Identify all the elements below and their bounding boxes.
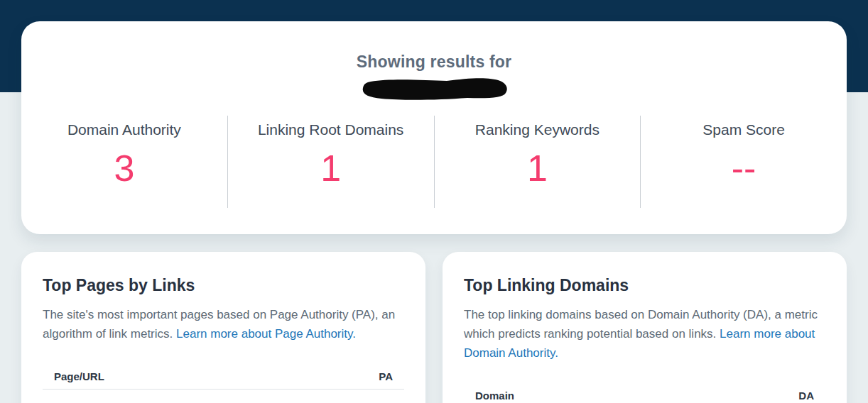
metric-value: 1	[435, 150, 641, 187]
detail-cards-section: Top Pages by Links The site's most impor…	[21, 252, 847, 403]
column-header-da: DA	[798, 390, 814, 402]
metric-label: Domain Authority	[21, 121, 227, 138]
metric-spam-score: Spam Score --	[640, 116, 847, 208]
card-title: Top Pages by Links	[43, 276, 404, 295]
results-summary-card: Showing results for Domain Authority 3 L…	[21, 21, 847, 234]
table-header-divider	[43, 389, 404, 390]
metric-value: 1	[228, 150, 434, 187]
metric-value: 3	[21, 150, 227, 187]
metric-label: Spam Score	[641, 121, 847, 138]
metric-label: Ranking Keywords	[435, 121, 641, 138]
metric-value: --	[641, 150, 847, 187]
redaction-marker-blob	[360, 76, 508, 101]
redacted-domain	[21, 76, 847, 101]
table-header-row: Page/URL PA	[43, 370, 404, 382]
column-header-pa: PA	[379, 370, 393, 382]
metric-label: Linking Root Domains	[228, 121, 434, 138]
table-header-row: Domain DA	[464, 390, 825, 402]
metric-domain-authority: Domain Authority 3	[21, 116, 227, 208]
card-description: The site's most important pages based on…	[43, 305, 404, 343]
metric-linking-root-domains: Linking Root Domains 1	[227, 116, 434, 208]
metrics-row: Domain Authority 3 Linking Root Domains …	[21, 116, 847, 208]
learn-more-page-authority-link[interactable]: Learn more about Page Authority.	[176, 327, 356, 341]
column-header-page-url: Page/URL	[54, 370, 104, 382]
card-description: The top linking domains based on Domain …	[464, 305, 825, 363]
top-linking-domains-card: Top Linking Domains The top linking doma…	[443, 252, 847, 403]
column-header-domain: Domain	[475, 390, 514, 402]
card-title: Top Linking Domains	[464, 276, 825, 295]
top-pages-by-links-card: Top Pages by Links The site's most impor…	[21, 252, 425, 403]
metric-ranking-keywords: Ranking Keywords 1	[434, 116, 641, 208]
showing-results-title: Showing results for	[21, 53, 847, 72]
